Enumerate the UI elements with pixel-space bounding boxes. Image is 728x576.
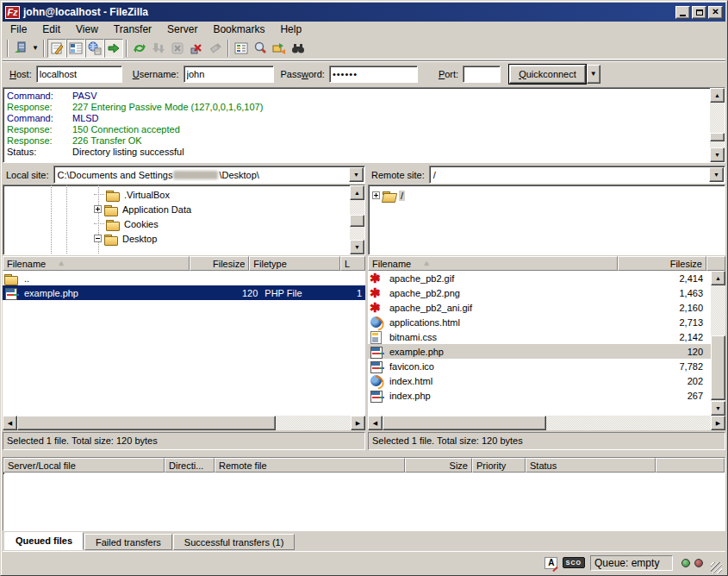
log-label: Command: [7, 113, 72, 124]
minimize-button[interactable] [675, 6, 690, 19]
menu-transfer[interactable]: Transfer [106, 22, 159, 37]
scroll-right-button[interactable]: ▶ [711, 416, 725, 430]
scroll-up-button[interactable]: ▲ [350, 185, 364, 200]
scroll-up-button[interactable]: ▲ [711, 271, 725, 285]
maximize-button[interactable] [692, 6, 706, 19]
menu-server[interactable]: Server [159, 22, 205, 37]
column-header-size[interactable]: Size [405, 458, 472, 473]
menu-bookmarks[interactable]: Bookmarks [205, 22, 272, 37]
scroll-thumb[interactable] [17, 416, 276, 430]
column-header-status[interactable]: Status [526, 458, 656, 473]
log-scrollbar[interactable]: ▲ ▼ [710, 88, 725, 162]
toggle-transfer-queue-button[interactable] [104, 39, 123, 58]
column-header-priority[interactable]: Priority [472, 458, 526, 473]
local-site-label: Local site: [6, 170, 49, 180]
tree-item-virtualbox[interactable]: .VirtualBox [94, 187, 349, 202]
folder-icon [104, 203, 118, 216]
file-row-selected[interactable]: example.php120 [368, 344, 711, 359]
find-files-button[interactable] [289, 39, 308, 58]
column-header-filename[interactable]: Filename▲ [3, 256, 190, 271]
close-button[interactable]: ✕ [708, 6, 723, 19]
menu-view[interactable]: View [68, 22, 106, 37]
toggle-message-log-button[interactable] [47, 39, 66, 58]
file-row[interactable]: index.html202 [368, 373, 711, 388]
scroll-left-button[interactable]: ◀ [368, 416, 383, 430]
site-manager-button[interactable] [11, 39, 30, 58]
scroll-down-button[interactable]: ▼ [350, 240, 364, 254]
scroll-down-button[interactable]: ▼ [711, 401, 725, 416]
image-file-icon [370, 302, 383, 314]
reconnect-button[interactable] [206, 39, 225, 58]
expand-plus-icon[interactable] [94, 205, 102, 213]
file-row-example-php[interactable]: example.php 120 PHP File 1 [3, 285, 365, 300]
file-row[interactable]: bitnami.css2,142 [368, 329, 711, 344]
speed-limits-indicator[interactable]: SCO [563, 556, 585, 570]
column-header-lastmodified[interactable]: L [340, 256, 365, 271]
synchronized-browsing-button[interactable] [270, 39, 289, 58]
tree-item-cookies[interactable]: Cookies [94, 216, 349, 231]
scroll-thumb[interactable] [711, 335, 725, 400]
password-input[interactable] [329, 66, 418, 83]
combo-dropdown-arrow[interactable]: ▼ [709, 167, 724, 182]
toggle-remote-tree-button[interactable] [85, 39, 104, 58]
file-row[interactable]: apache_pb2.png1,463 [368, 285, 711, 300]
quickconnect-button[interactable]: Quickconnect [509, 65, 586, 84]
file-row[interactable]: favicon.ico7,782 [368, 359, 711, 373]
title-bar[interactable]: Fz john@localhost - FileZilla ✕ [3, 3, 725, 22]
directory-comparison-button[interactable] [251, 39, 270, 58]
tree-item-root[interactable]: / [372, 188, 405, 203]
quickconnect-dropdown[interactable]: ▼ [587, 65, 600, 84]
remote-list-scrollbar[interactable]: ▲ ▼ [711, 271, 725, 416]
remote-list-hscrollbar[interactable]: ◀ ▶ [368, 416, 725, 430]
local-tree-scrollbar[interactable]: ▲ ▼ [350, 185, 364, 254]
column-header-filename[interactable]: Filename▲ [368, 256, 618, 271]
menu-help[interactable]: Help [272, 22, 309, 37]
scroll-thumb[interactable] [710, 133, 725, 141]
local-path-prefix: C:\Documents and Settings [58, 170, 173, 180]
toggle-local-tree-button[interactable] [66, 39, 85, 58]
disconnect-button[interactable] [187, 39, 206, 58]
local-site-combo[interactable]: C:\Documents and Settings\Desktop\ ▼ [53, 166, 365, 184]
site-manager-dropdown[interactable]: ▼ [30, 39, 40, 58]
file-row[interactable]: applications.html2,713 [368, 315, 711, 329]
process-queue-button[interactable] [149, 39, 168, 58]
file-row[interactable]: index.php267 [368, 388, 711, 403]
filename-filters-button[interactable] [232, 39, 251, 58]
tree-item-desktop[interactable]: Desktop [94, 231, 349, 246]
scroll-up-button[interactable]: ▲ [710, 88, 725, 103]
combo-dropdown-arrow[interactable]: ▼ [349, 167, 364, 182]
scroll-thumb[interactable] [383, 416, 546, 430]
column-header-filesize[interactable]: Filesize [618, 256, 706, 271]
transfer-type-indicator[interactable]: A [544, 556, 559, 570]
refresh-button[interactable] [130, 39, 149, 58]
menu-file[interactable]: File [3, 22, 34, 37]
file-row[interactable]: apache_pb2_ani.gif2,160 [368, 300, 711, 315]
file-size: 2,160 [620, 303, 706, 313]
scroll-left-button[interactable]: ◀ [3, 416, 17, 430]
username-input[interactable] [184, 66, 274, 83]
host-input[interactable] [36, 66, 122, 83]
scroll-right-button[interactable]: ▶ [351, 416, 365, 430]
column-header-filesize[interactable]: Filesize [190, 256, 250, 271]
menu-edit[interactable]: Edit [34, 22, 68, 37]
remote-site-bar: Remote site: / ▼ [368, 165, 725, 185]
expand-plus-icon[interactable] [372, 191, 380, 199]
collapse-minus-icon[interactable] [94, 235, 102, 242]
column-header-direction[interactable]: Directi... [165, 458, 215, 473]
tab-failed-transfers[interactable]: Failed transfers [84, 534, 172, 550]
file-row[interactable]: apache_pb2.gif2,414 [368, 271, 711, 285]
file-row-parent-dir[interactable]: .. [3, 271, 365, 285]
tab-queued-files[interactable]: Queued files [4, 532, 84, 550]
tree-item-application-data[interactable]: Application Data [94, 202, 349, 216]
column-header-remote-file[interactable]: Remote file [215, 458, 405, 473]
local-list-hscrollbar[interactable]: ◀ ▶ [3, 416, 365, 430]
scroll-down-button[interactable]: ▼ [710, 147, 725, 162]
tab-successful-transfers[interactable]: Successful transfers (1) [173, 534, 296, 550]
cancel-operation-button[interactable] [168, 39, 187, 58]
scroll-thumb[interactable] [350, 215, 364, 227]
remote-site-combo[interactable]: / ▼ [429, 166, 725, 184]
column-header-server-local-file[interactable]: Server/Local file [3, 458, 165, 473]
port-input[interactable] [463, 66, 501, 83]
column-header-filetype[interactable]: Filetype [249, 256, 340, 271]
resize-grip[interactable] [711, 562, 722, 573]
